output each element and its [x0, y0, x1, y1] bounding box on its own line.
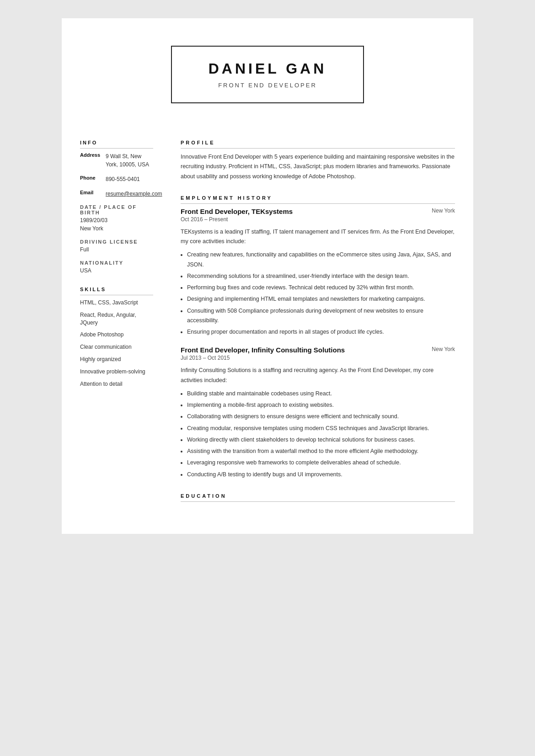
info-title: INFO: [80, 140, 153, 149]
job-2-dates: Jul 2013 – Oct 2015: [181, 355, 455, 361]
job-1-bullet-6: Ensuring proper documentation and report…: [187, 327, 455, 337]
header-section: DANIEL GAN FRONT END DEVELOPER: [62, 18, 473, 122]
email-value: resume@example.com: [106, 190, 162, 198]
job-2-bullet-4: Creating modular, responsive templates u…: [187, 424, 455, 433]
skill-1: HTML, CSS, JavaScript: [80, 299, 153, 307]
nationality-label: NATIONALITY: [80, 260, 153, 266]
candidate-title: FRONT END DEVELOPER: [209, 82, 327, 89]
job-1-bullet-2: Recommending solutions for a streamlined…: [187, 272, 455, 281]
job-1-bullets: Creating new features, functionality and…: [187, 250, 455, 337]
skill-3: Adobe Photoshop: [80, 331, 153, 339]
job-2-description: Infinity Consulting Solutions is a staff…: [181, 366, 455, 385]
address-row: Address 9 Wall St, New York, 10005, USA: [80, 152, 153, 169]
info-section: INFO Address 9 Wall St, New York, 10005,…: [80, 140, 153, 274]
job-2-location: New York: [432, 346, 455, 352]
job-2-bullet-8: Conducting A/B testing to identify bugs …: [187, 470, 455, 479]
job-1-dates: Oct 2016 – Present: [181, 216, 455, 223]
license-label: DRIVING LICENSE: [80, 239, 153, 245]
content: PROFILE Innovative Front End Developer w…: [162, 140, 473, 516]
dob-place: New York: [80, 225, 153, 232]
resume-page: DANIEL GAN FRONT END DEVELOPER INFO Addr…: [62, 18, 473, 534]
profile-section: PROFILE Innovative Front End Developer w…: [181, 140, 455, 181]
address-value: 9 Wall St, New York, 10005, USA: [106, 152, 153, 169]
nationality-value: USA: [80, 267, 153, 274]
job-1-bullet-5: Consulting with 508 Compliance professio…: [187, 306, 455, 326]
job-1-header: Front End Developer, TEKsystems New York: [181, 208, 455, 215]
education-section: EDUCATION: [181, 493, 455, 502]
skill-5: Highly organized: [80, 356, 153, 363]
skill-6: Innovative problem-solving: [80, 368, 153, 376]
phone-row: Phone 890-555-0401: [80, 175, 153, 183]
main-content: INFO Address 9 Wall St, New York, 10005,…: [62, 122, 473, 534]
email-row: Email resume@example.com: [80, 190, 153, 198]
employment-section: EMPLOYMENT HISTORY Front End Developer, …: [181, 195, 455, 479]
job-1-bullet-4: Designing and implementing HTML email te…: [187, 294, 455, 304]
phone-label: Phone: [80, 175, 102, 183]
sidebar: INFO Address 9 Wall St, New York, 10005,…: [62, 140, 162, 516]
candidate-name: DANIEL GAN: [209, 60, 327, 77]
job-1-bullet-1: Creating new features, functionality and…: [187, 250, 455, 270]
job-2-bullets: Building stable and maintainable codebas…: [187, 389, 455, 479]
address-label: Address: [80, 152, 102, 169]
job-2-bullet-3: Collaborating with designers to ensure d…: [187, 412, 455, 421]
email-label: Email: [80, 190, 102, 198]
job-2-bullet-6: Assisting with the transition from a wat…: [187, 447, 455, 456]
job-1-bullet-3: Performing bug fixes and code reviews. T…: [187, 283, 455, 293]
skills-section: SKILLS HTML, CSS, JavaScript React, Redu…: [80, 287, 153, 388]
profile-text: Innovative Front End Developer with 5 ye…: [181, 152, 455, 181]
job-1-title: Front End Developer, TEKsystems: [181, 208, 293, 215]
job-2-bullet-2: Implementing a mobile-first approach to …: [187, 400, 455, 410]
email-link[interactable]: resume@example.com: [106, 191, 162, 197]
job-2-bullet-1: Building stable and maintainable codebas…: [187, 389, 455, 399]
employment-title: EMPLOYMENT HISTORY: [181, 195, 455, 204]
skill-7: Attention to detail: [80, 380, 153, 388]
skill-4: Clear communication: [80, 343, 153, 351]
phone-value: 890-555-0401: [106, 175, 140, 183]
dob-value: 1989/20/03: [80, 217, 153, 224]
job-1-description: TEKsystems is a leading IT staffing, IT …: [181, 227, 455, 247]
license-value: Full: [80, 246, 153, 253]
job-2-title: Front End Developer, Infinity Consulting…: [181, 346, 345, 354]
skill-2: React, Redux, Angular, JQuery: [80, 311, 153, 327]
skills-title: SKILLS: [80, 287, 153, 295]
header-box: DANIEL GAN FRONT END DEVELOPER: [171, 46, 364, 103]
dob-label: DATE / PLACE OF BIRTH: [80, 204, 153, 215]
job-2-header: Front End Developer, Infinity Consulting…: [181, 346, 455, 354]
education-title: EDUCATION: [181, 493, 455, 502]
job-2-bullet-7: Leveraging responsive web frameworks to …: [187, 458, 455, 468]
job-1-location: New York: [432, 208, 455, 214]
job-2-bullet-5: Working directly with client stakeholder…: [187, 435, 455, 445]
profile-title: PROFILE: [181, 140, 455, 149]
